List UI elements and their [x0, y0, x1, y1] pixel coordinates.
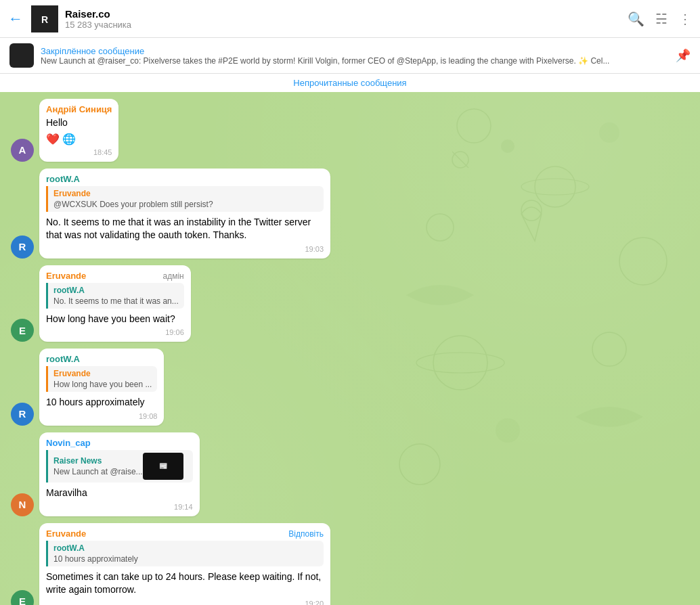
- avatar: N: [11, 493, 34, 516]
- quote-sender: Raiser News: [53, 456, 143, 466]
- unread-divider: Непрочитанные сообщения: [0, 74, 700, 92]
- message-sender: Novin_cap: [46, 438, 193, 448]
- message-sender: Eruvande: [46, 529, 86, 539]
- message-time: 19:06: [46, 328, 184, 336]
- quote-block: rootW.A No. It seems to me that it was a…: [46, 283, 184, 309]
- message-time: 19:20: [46, 600, 324, 605]
- svg-text:R: R: [41, 14, 48, 25]
- pin-icon: 📌: [676, 48, 691, 63]
- avatar: R: [11, 236, 34, 259]
- table-row: R rootW.A Eruvande @WCXSUK Does your pro…: [11, 169, 689, 259]
- search-icon[interactable]: 🔍: [628, 11, 644, 27]
- quote-sender: rootW.A: [53, 543, 318, 553]
- message-sender: rootW.A: [46, 354, 157, 364]
- quote-sender: Eruvande: [53, 189, 318, 198]
- message-time: 19:08: [46, 412, 157, 420]
- quote-block: Eruvande How long have you been ...: [46, 366, 157, 392]
- avatar: E: [11, 319, 34, 342]
- quote-sender: Eruvande: [53, 369, 152, 378]
- chat-info: Raiser.co 15 283 учасника: [65, 8, 628, 30]
- message-sender: Eruvande: [46, 271, 86, 281]
- admin-badge: адмін: [163, 271, 184, 281]
- quote-block: Raiser News New Launch at @raise... 📰: [46, 450, 193, 483]
- columns-icon[interactable]: ☵: [655, 11, 668, 27]
- avatar: А: [11, 139, 34, 162]
- pinned-message-bar[interactable]: Закріплённое сообщение New Launch at @ra…: [0, 38, 700, 74]
- quote-text: 10 hours approximately: [53, 554, 318, 564]
- more-icon[interactable]: ⋮: [678, 11, 692, 27]
- chat-area: А Андрій Синиця Hello ❤️ 🌐 18:45 R rootW…: [0, 92, 700, 605]
- header-actions: 🔍 ☵ ⋮: [628, 11, 692, 27]
- avatar: E: [11, 590, 34, 605]
- message-sender: Андрій Синиця: [46, 104, 112, 114]
- table-row: E Eruvande адмін rootW.A No. It seems to…: [11, 265, 689, 342]
- message-bubble: Eruvande Відповіть rootW.A 10 hours appr…: [39, 523, 330, 605]
- message-bubble: Novin_cap Raiser News New Launch at @rai…: [39, 432, 200, 516]
- quote-block: Eruvande @WCXSUK Does your problem still…: [46, 186, 324, 212]
- pinned-avatar: [9, 43, 34, 68]
- reaction-globe: 🌐: [62, 133, 76, 145]
- pinned-text: New Launch at @raiser_co: Pixelverse tak…: [41, 56, 670, 66]
- message-text: Hello: [46, 116, 112, 130]
- reply-button[interactable]: Відповіть: [288, 529, 324, 539]
- message-bubble: rootW.A Eruvande How long have you been …: [39, 349, 164, 426]
- message-text: No. It seems to me that it was an instab…: [46, 216, 324, 242]
- chat-subtitle: 15 283 учасника: [65, 20, 628, 30]
- back-button[interactable]: ←: [8, 10, 23, 28]
- pinned-title: Закріплённое сообщение: [41, 46, 670, 56]
- message-bubble: rootW.A Eruvande @WCXSUK Does your probl…: [39, 169, 330, 259]
- messages-list: А Андрій Синиця Hello ❤️ 🌐 18:45 R rootW…: [11, 99, 689, 605]
- chat-header: ← R Raiser.co 15 283 учасника 🔍 ☵ ⋮: [0, 0, 700, 38]
- reactions: ❤️ 🌐: [46, 133, 112, 145]
- quote-text: No. It seems to me that it was an...: [53, 296, 179, 306]
- message-text: Maravilha: [46, 487, 193, 500]
- quote-text: How long have you been ...: [53, 380, 152, 389]
- table-row: А Андрій Синиця Hello ❤️ 🌐 18:45: [11, 99, 689, 162]
- message-time: 19:03: [46, 245, 324, 253]
- quote-text: @WCXSUK Does your problem still persist?: [53, 200, 318, 209]
- message-time: 18:45: [46, 148, 112, 156]
- quote-block: rootW.A 10 hours approximately: [46, 541, 324, 566]
- message-sender: rootW.A: [46, 174, 324, 184]
- chat-title: Raiser.co: [65, 8, 628, 20]
- table-row: E Eruvande Відповіть rootW.A 10 hours ap…: [11, 523, 689, 605]
- reaction-heart: ❤️: [46, 133, 60, 145]
- message-text: Sometimes it can take up to 24 hours. Pl…: [46, 570, 324, 597]
- quote-image-thumbnail: 📰: [143, 453, 183, 480]
- chat-avatar: R: [31, 5, 58, 32]
- table-row: N Novin_cap Raiser News New Launch at @r…: [11, 432, 689, 516]
- table-row: R rootW.A Eruvande How long have you bee…: [11, 349, 689, 426]
- quote-text: New Launch at @raise...: [53, 467, 143, 476]
- message-bubble: Eruvande адмін rootW.A No. It seems to m…: [39, 265, 191, 342]
- message-time: 19:14: [46, 503, 193, 511]
- message-bubble: Андрій Синиця Hello ❤️ 🌐 18:45: [39, 99, 118, 162]
- pinned-content: Закріплённое сообщение New Launch at @ra…: [41, 46, 670, 66]
- message-text: 10 hours approximately: [46, 396, 157, 409]
- quote-sender: rootW.A: [53, 286, 179, 295]
- avatar: R: [11, 403, 34, 426]
- message-text: How long have you been wait?: [46, 313, 184, 326]
